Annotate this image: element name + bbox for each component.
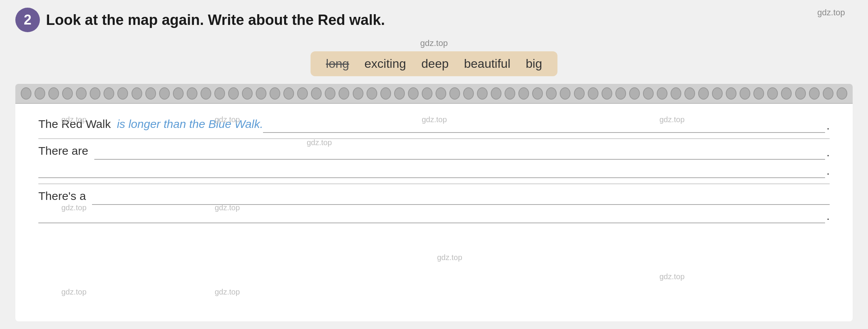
spiral-circle	[90, 87, 100, 100]
spiral-circle	[173, 87, 184, 100]
gdz-watermark-8: gdz.top	[437, 253, 462, 262]
spiral-circle	[394, 87, 405, 100]
sentence-3-block: There's a .	[38, 190, 830, 223]
spiral-circle	[588, 87, 598, 100]
spiral-circle	[809, 87, 820, 100]
spiral-circle	[698, 87, 709, 100]
spiral-circle	[449, 87, 460, 100]
word-bank-item-exciting: exciting	[365, 57, 406, 71]
spiral-circle	[283, 87, 294, 100]
spiral-circle	[477, 87, 488, 100]
spiral-circle	[325, 87, 335, 100]
word-bank: long exciting deep beautiful big	[311, 51, 557, 76]
sentence-3-line	[92, 190, 830, 205]
header-row: 2 Look at the map again. Write about the…	[15, 8, 853, 32]
spiral-circle	[380, 87, 391, 100]
spiral-circle	[837, 87, 847, 100]
spiral-circle	[560, 87, 570, 100]
word-bank-item-big: big	[526, 57, 542, 71]
gdz-watermark-6: gdz.top	[61, 203, 87, 212]
divider-1	[38, 138, 830, 139]
notebook-content: gdz.top gdz.top gdz.top gdz.top The Red …	[15, 104, 853, 236]
notebook: gdz.top gdz.top gdz.top gdz.top The Red …	[15, 84, 853, 321]
word-bank-item-beautiful: beautiful	[464, 57, 510, 71]
gdz-watermark-1: gdz.top	[61, 115, 87, 124]
spiral-circle	[297, 87, 308, 100]
gdz-watermark-3: gdz.top	[422, 115, 447, 124]
gdz-watermark-header-right: gdz.top	[817, 8, 845, 18]
word-bank-item-deep: deep	[421, 57, 449, 71]
spiral-circle	[491, 87, 501, 100]
spiral-circle	[615, 87, 626, 100]
spiral-circle	[311, 87, 322, 100]
spiral-circle	[145, 87, 156, 100]
spiral-circle	[505, 87, 515, 100]
word-bank-item-long: long	[326, 57, 349, 71]
gdz-watermark-7: gdz.top	[215, 203, 240, 212]
sentence-1-answer: is longer than the Blue Walk.	[117, 118, 263, 133]
spiral-circle	[781, 87, 792, 100]
spiral-circle	[422, 87, 432, 100]
sentence-3-row: There's a	[38, 190, 830, 205]
sentence-3-prefix: There's a	[38, 190, 86, 205]
spiral-circle	[740, 87, 750, 100]
spiral-circle	[712, 87, 723, 100]
gdz-watermark-4: gdz.top	[659, 115, 685, 124]
word-bank-container: long exciting deep beautiful big	[15, 51, 853, 76]
spiral-circle	[436, 87, 446, 100]
spiral-circle	[242, 87, 253, 100]
spiral-circle	[767, 87, 778, 100]
spiral-circle	[823, 87, 833, 100]
spiral-circle	[62, 87, 73, 100]
spiral-circle	[21, 87, 31, 100]
spiral-circle	[132, 87, 142, 100]
gdz-watermark-11: gdz.top	[215, 288, 240, 296]
gdz-watermark-2: gdz.top	[215, 115, 240, 124]
spiral-circle	[159, 87, 170, 100]
spiral-circle	[76, 87, 87, 100]
spiral-circle	[270, 87, 280, 100]
sentence-2-extra-line	[38, 163, 825, 178]
spiral-circle	[201, 87, 211, 100]
sentence-2-dot: .	[827, 146, 830, 160]
spiral-circle	[35, 87, 45, 100]
exercise-number: 2	[15, 8, 40, 32]
spiral-circle	[795, 87, 806, 100]
spiral-circle	[48, 87, 59, 100]
spiral-circle	[228, 87, 239, 100]
sentence-2-extra-dot: .	[827, 164, 830, 178]
gdz-watermark-5: gdz.top	[307, 138, 332, 147]
spiral-circle	[463, 87, 474, 100]
sentence-2-line	[94, 144, 825, 160]
page-container: 2 Look at the map again. Write about the…	[0, 0, 868, 329]
spiral-circle	[532, 87, 543, 100]
spiral-circle	[518, 87, 529, 100]
spiral-circle	[214, 87, 225, 100]
spiral-circle	[117, 87, 128, 100]
spiral-circle	[353, 87, 363, 100]
spiral-circle	[671, 87, 681, 100]
sentence-3-extra-dot: .	[827, 210, 830, 223]
spiral-circle	[574, 87, 585, 100]
sentence-1-line	[263, 118, 825, 133]
spiral-circle	[684, 87, 695, 100]
spiral-circle	[726, 87, 736, 100]
spiral-circle	[753, 87, 764, 100]
spiral-circle	[408, 87, 419, 100]
sentence-2-prefix: There are	[38, 144, 88, 160]
sentence-1-dot: .	[827, 119, 830, 133]
spiral-circle	[256, 87, 266, 100]
spiral-circle	[339, 87, 349, 100]
spiral-circle	[187, 87, 197, 100]
gdz-watermark-9: gdz.top	[659, 272, 685, 281]
spiral-circle	[367, 87, 377, 100]
spiral-circle	[104, 87, 114, 100]
sentence-2-block: There are . .	[38, 144, 830, 178]
spiral-circle	[629, 87, 640, 100]
spiral-circle	[546, 87, 557, 100]
exercise-title: Look at the map again. Write about the R…	[46, 12, 385, 28]
sentence-2-row: There are .	[38, 144, 830, 160]
spiral-circle	[643, 87, 654, 100]
divider-2	[38, 183, 830, 184]
sentence-3-extra-line	[38, 208, 825, 223]
